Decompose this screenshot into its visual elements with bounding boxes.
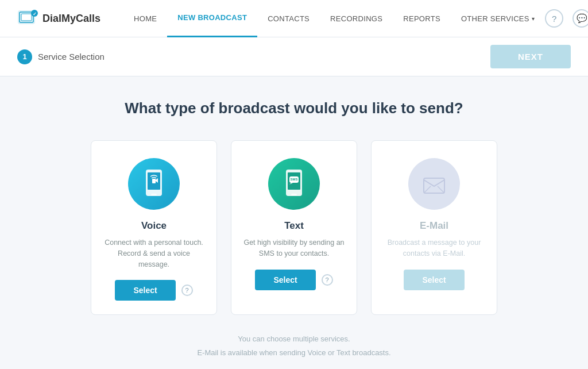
svg-rect-12 [291, 194, 297, 195]
breadcrumb-step: 1 Service Selection [17, 49, 105, 64]
voice-card-title: Voice [141, 220, 167, 232]
text-card-title: Text [284, 220, 304, 232]
page-question: What type of broadcast would you like to… [53, 99, 535, 117]
text-select-button[interactable]: Select [255, 270, 315, 290]
text-phone-icon: SMS [281, 168, 307, 199]
svg-text:✓: ✓ [33, 11, 37, 17]
logo[interactable]: ✓ DialMyCalls [17, 7, 100, 29]
chevron-down-icon: ▾ [532, 16, 535, 22]
voice-select-button[interactable]: Select [115, 280, 175, 301]
email-card-desc: Broadcast a message to your contacts via… [383, 237, 485, 259]
main-nav: HOME NEW BROADCAST CONTACTS RECORDINGS R… [123, 0, 545, 37]
voice-phone-icon [141, 168, 167, 199]
text-card-desc: Get high visibility by sending an SMS to… [243, 237, 345, 259]
help-icon[interactable]: ? [545, 9, 563, 28]
email-card: E-Mail Broadcast a message to your conta… [371, 140, 497, 315]
svg-rect-8 [152, 179, 156, 183]
footer-note: You can choose multiple services. E-Mail… [53, 332, 535, 359]
next-button[interactable]: NEXT [490, 45, 571, 68]
svg-rect-2 [21, 14, 32, 21]
main-content: What type of broadcast would you like to… [36, 76, 552, 369]
email-card-actions: Select [404, 270, 464, 290]
email-icon-circle [408, 158, 460, 210]
text-help-icon[interactable]: ? [322, 274, 333, 286]
cards-row: Voice Connect with a personal touch. Rec… [53, 140, 535, 315]
logo-text: DialMyCalls [42, 13, 100, 25]
voice-icon-circle [128, 158, 180, 210]
email-envelope-icon [420, 170, 448, 198]
header: ✓ DialMyCalls HOME NEW BROADCAST CONTACT… [0, 0, 588, 37]
voice-card-desc: Connect with a personal touch. Record & … [103, 237, 205, 270]
header-icons: ? 💬 👤 [545, 9, 588, 28]
voice-card-actions: Select ? [115, 280, 192, 301]
breadcrumb-bar: 1 Service Selection NEXT [0, 37, 588, 76]
voice-card: Voice Connect with a personal touch. Rec… [91, 140, 217, 315]
chat-icon[interactable]: 💬 [572, 9, 588, 28]
text-card: SMS Text Get high visibility by sending … [231, 140, 357, 315]
voice-help-icon[interactable]: ? [181, 285, 193, 296]
email-card-title: E-Mail [420, 220, 448, 232]
nav-item-other-services[interactable]: OTHER SERVICES ▾ [451, 0, 545, 37]
nav-item-recordings[interactable]: RECORDINGS [320, 0, 393, 37]
step-label: Service Selection [38, 52, 105, 62]
text-card-actions: Select ? [255, 270, 332, 290]
nav-item-reports[interactable]: REPORTS [393, 0, 451, 37]
step-number: 1 [17, 49, 32, 64]
logo-icon: ✓ [17, 7, 39, 29]
nav-item-new-broadcast[interactable]: NEW BROADCAST [167, 0, 257, 37]
email-select-button: Select [404, 270, 464, 290]
svg-rect-7 [151, 194, 157, 195]
svg-line-17 [424, 186, 431, 193]
text-icon-circle: SMS [268, 158, 320, 210]
svg-line-18 [438, 186, 444, 193]
nav-item-contacts[interactable]: CONTACTS [257, 0, 320, 37]
svg-text:SMS: SMS [290, 178, 297, 181]
nav-item-home[interactable]: HOME [123, 0, 167, 37]
